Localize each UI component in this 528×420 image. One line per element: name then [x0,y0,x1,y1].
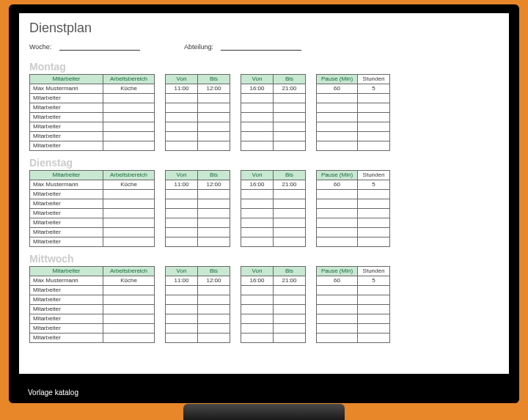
week-value-line[interactable] [59,43,140,51]
bis-cell[interactable]: 12:00 [198,180,230,190]
workers-table: MitarbeiterArbeitsbereichMax MustermannK… [29,170,155,247]
area-cell[interactable] [103,190,155,199]
area-cell[interactable] [103,286,155,295]
pause-stunden-table: Pause (Min)Stunden605 [316,170,390,247]
area-cell[interactable] [103,228,155,237]
pause-cell[interactable]: 60 [317,84,358,94]
area-cell[interactable]: Küche [103,180,155,190]
time-block-2: VonBis16:0021:00 [241,74,306,151]
area-cell[interactable] [103,218,155,228]
day-heading: Montag [29,61,499,73]
area-cell[interactable]: Küche [103,84,155,94]
von-cell[interactable]: 16:00 [241,84,274,94]
von-cell[interactable]: 11:00 [166,276,198,286]
pause-stunden-table: Pause (Min)Stunden605 [316,266,390,343]
worker-cell[interactable]: Max Mustermann [30,84,103,94]
worker-cell[interactable]: Max Mustermann [30,276,103,286]
document-screen: Dienstplan Woche: Abteilung: MontagMitar… [19,13,509,374]
monitor-stand [183,404,345,420]
stunden-cell[interactable]: 5 [358,84,390,94]
day-block: MitarbeiterArbeitsbereichMax MustermannK… [29,266,499,343]
area-cell[interactable] [103,305,155,314]
worker-cell[interactable]: Mitarbeiter [30,228,103,237]
worker-cell[interactable]: Mitarbeiter [30,132,103,141]
area-cell[interactable] [103,209,155,218]
col-bis: Bis [198,75,230,84]
worker-cell[interactable]: Mitarbeiter [30,218,103,228]
von-cell[interactable]: 16:00 [241,276,274,286]
worker-cell[interactable]: Mitarbeiter [30,141,103,151]
col-von: Von [241,267,274,276]
day-block: MitarbeiterArbeitsbereichMax MustermannK… [29,170,499,247]
department-value-line[interactable] [221,43,301,51]
col-bis: Bis [274,267,306,276]
worker-cell[interactable]: Mitarbeiter [30,190,103,199]
col-von: Von [241,75,274,84]
time-block-1: VonBis11:0012:00 [165,74,230,151]
col-arbeitsbereich: Arbeitsbereich [103,75,155,84]
col-bis: Bis [198,267,230,276]
area-cell[interactable] [103,141,155,151]
von-cell[interactable]: 11:00 [166,84,198,94]
bis-cell[interactable]: 21:00 [274,180,306,190]
col-mitarbeiter: Mitarbeiter [30,75,103,84]
worker-cell[interactable]: Mitarbeiter [30,94,103,103]
area-cell[interactable] [103,334,155,343]
area-cell[interactable] [103,295,155,305]
col-von: Von [166,267,198,276]
pause-cell[interactable]: 60 [317,180,358,190]
area-cell[interactable] [103,113,155,122]
week-label: Woche: [29,43,51,51]
col-stunden: Stunden [358,171,390,180]
col-von: Von [166,171,198,180]
area-cell[interactable] [103,132,155,141]
area-cell[interactable] [103,94,155,103]
week-field: Woche: [29,43,140,51]
workers-table: MitarbeiterArbeitsbereichMax MustermannK… [29,266,155,343]
worker-cell[interactable]: Mitarbeiter [30,314,103,324]
worker-cell[interactable]: Mitarbeiter [30,122,103,132]
col-arbeitsbereich: Arbeitsbereich [103,267,155,276]
page-title: Dienstplan [29,21,499,36]
col-mitarbeiter: Mitarbeiter [30,267,103,276]
bis-cell[interactable]: 12:00 [198,84,230,94]
area-cell[interactable] [103,103,155,113]
area-cell[interactable] [103,122,155,132]
worker-cell[interactable]: Mitarbeiter [30,209,103,218]
worker-cell[interactable]: Mitarbeiter [30,103,103,113]
area-cell[interactable] [103,324,155,334]
worker-cell[interactable]: Mitarbeiter [30,305,103,314]
worker-cell[interactable]: Mitarbeiter [30,324,103,334]
worker-cell[interactable]: Mitarbeiter [30,199,103,209]
stunden-cell[interactable]: 5 [358,276,390,286]
bis-cell[interactable]: 21:00 [274,84,306,94]
monitor-frame: Dienstplan Woche: Abteilung: MontagMitar… [9,4,519,403]
worker-cell[interactable]: Mitarbeiter [30,334,103,343]
day-heading: Dienstag [29,157,499,169]
meta-row: Woche: Abteilung: [29,43,499,51]
time-block-2: VonBis16:0021:00 [241,170,306,247]
area-cell[interactable] [103,314,155,324]
col-arbeitsbereich: Arbeitsbereich [103,171,155,180]
col-bis: Bis [274,171,306,180]
worker-cell[interactable]: Mitarbeiter [30,295,103,305]
von-cell[interactable]: 16:00 [241,180,274,190]
time-block-2: VonBis16:0021:00 [241,266,306,343]
worker-cell[interactable]: Mitarbeiter [30,237,103,247]
bis-cell[interactable]: 12:00 [198,276,230,286]
worker-cell[interactable]: Max Mustermann [30,180,103,190]
bis-cell[interactable]: 21:00 [274,276,306,286]
area-cell[interactable]: Küche [103,276,155,286]
pause-cell[interactable]: 60 [317,276,358,286]
worker-cell[interactable]: Mitarbeiter [30,286,103,295]
worker-cell[interactable]: Mitarbeiter [30,113,103,122]
stunden-cell[interactable]: 5 [358,180,390,190]
department-field: Abteilung: [184,43,302,51]
area-cell[interactable] [103,199,155,209]
monitor-bezel: Vorlage katalog [9,374,519,403]
area-cell[interactable] [103,237,155,247]
col-stunden: Stunden [358,267,390,276]
von-cell[interactable]: 11:00 [166,180,198,190]
pause-stunden-table: Pause (Min)Stunden605 [316,74,390,151]
workers-table: MitarbeiterArbeitsbereichMax MustermannK… [29,74,155,151]
